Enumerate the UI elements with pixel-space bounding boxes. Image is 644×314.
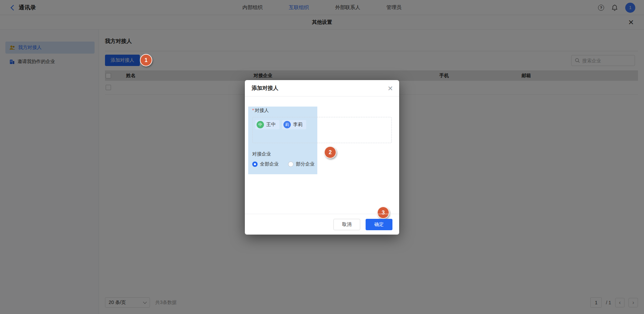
- contact-field-label: *对接人: [252, 108, 269, 114]
- dialog-header: 添加对接人 ✕: [245, 80, 399, 97]
- app-window: 通讯录 内部组织 互联组织 外部联系人 管理员 ? 1 其他设置 ✕: [0, 0, 644, 314]
- contact-picker-area[interactable]: 中 王中 莉 李莉: [252, 117, 392, 143]
- member-chip[interactable]: 中 王中: [255, 120, 279, 129]
- radio-all-enterprises[interactable]: 全部企业: [252, 161, 279, 167]
- dialog-footer: 取消 确定: [245, 214, 399, 235]
- member-avatar: 中: [257, 121, 264, 128]
- confirm-button[interactable]: 确定: [366, 219, 392, 230]
- step-badge-2: 2: [324, 146, 336, 159]
- member-name: 李莉: [293, 122, 303, 128]
- member-chip[interactable]: 莉 李莉: [282, 120, 306, 129]
- enterprise-radio-group: 全部企业 部分企业: [252, 161, 315, 167]
- dialog-title: 添加对接人: [252, 85, 278, 92]
- member-name: 王中: [266, 122, 276, 128]
- enterprise-field-label: 对接企业: [252, 151, 271, 157]
- cancel-button[interactable]: 取消: [333, 219, 360, 230]
- member-avatar: 莉: [283, 121, 291, 128]
- radio-selected-icon: [252, 162, 258, 167]
- step-badge-1: 1: [140, 54, 152, 66]
- required-mark: *: [252, 108, 254, 113]
- add-contact-dialog: 添加对接人 ✕ *对接人 中 王中 莉 李莉 对接企业 全部企业: [245, 80, 399, 235]
- radio-partial-enterprises[interactable]: 部分企业: [288, 161, 315, 167]
- radio-unselected-icon: [288, 162, 293, 167]
- dialog-close-icon[interactable]: ✕: [387, 80, 393, 97]
